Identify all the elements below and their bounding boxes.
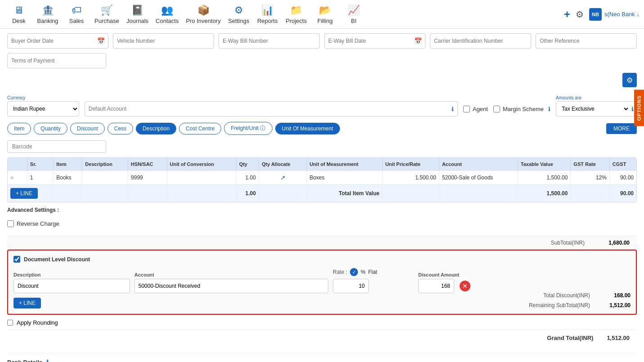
document-level-discount-checkbox[interactable]	[13, 256, 20, 263]
options-tab[interactable]: OPTIONS	[634, 90, 644, 126]
add-line-button[interactable]: + LINE	[10, 188, 38, 199]
discount-account-input[interactable]	[134, 279, 328, 293]
nav-pro-inventory[interactable]: 📦 Pro Inventory	[182, 0, 224, 29]
buyer-order-date-input[interactable]	[7, 33, 108, 49]
calendar-icon: 📅	[97, 37, 105, 45]
cell-unit-of-measurement[interactable]: Boxes	[307, 171, 383, 185]
discount-amount-input[interactable]	[418, 279, 454, 293]
nav-reports[interactable]: 📊 Reports	[253, 0, 282, 29]
user-menu[interactable]: NB s(Neo Bank ↓	[589, 8, 640, 21]
nav-journals[interactable]: 📓 Journals	[123, 0, 152, 29]
tab-description[interactable]: Description	[136, 123, 176, 134]
journals-icon: 📓	[131, 4, 143, 16]
margin-scheme-info-icon[interactable]: ℹ	[548, 106, 550, 112]
cell-unit-price-rate[interactable]: 1,500.00	[382, 171, 439, 185]
th-gst-rate: GST Rate	[571, 158, 609, 171]
tab-freight-unit[interactable]: Freight/Unit ⓘ	[224, 122, 272, 135]
agent-checkbox[interactable]	[463, 106, 470, 112]
amounts-info-icon[interactable]: ℹ	[631, 106, 634, 112]
cell-gst-rate[interactable]: 12%	[571, 171, 609, 185]
reports-icon: 📊	[261, 4, 273, 16]
discount-amount-col: Discount Amount ✕	[418, 272, 472, 293]
settings-gear-button[interactable]: ⚙	[622, 73, 637, 87]
filling-icon: 📂	[319, 4, 331, 16]
nav-desk[interactable]: 🖥 Desk	[4, 0, 33, 29]
discount-description-input[interactable]	[13, 279, 130, 293]
tab-discount[interactable]: Discount	[70, 123, 105, 134]
cell-item[interactable]: Books	[54, 171, 82, 185]
default-account-wrap-outer: ℹ	[85, 101, 458, 116]
apply-rounding-checkbox[interactable]	[7, 320, 13, 326]
reverse-charge-label[interactable]: Reverse Charge	[7, 216, 637, 231]
tab-cost-centre[interactable]: Cost Centre	[179, 123, 221, 134]
tab-item[interactable]: Item	[7, 123, 31, 134]
discount-cols: Description Account Rate : ✓ % Flat	[13, 268, 472, 293]
carrier-id-input[interactable]	[430, 33, 531, 49]
margin-scheme-checkbox[interactable]	[493, 106, 500, 112]
th-unit-of-measurement: Unit of Measurement	[307, 158, 383, 171]
apply-rounding: Apply Rounding	[7, 319, 637, 326]
cell-unit-of-conversion[interactable]	[167, 171, 236, 185]
add-button[interactable]: +	[564, 8, 570, 21]
total-qty-cell: 1.00	[236, 185, 259, 202]
cell-qty-allocate[interactable]: ↗	[259, 171, 306, 185]
tab-quantity[interactable]: Quantity	[34, 123, 67, 134]
margin-scheme-checkbox-label[interactable]: Margin Scheme ℹ	[493, 101, 550, 116]
cell-taxable-value[interactable]: 1,500.00	[518, 171, 571, 185]
agent-checkbox-label[interactable]: Agent	[463, 101, 488, 116]
sales-icon: 🏷	[72, 4, 81, 16]
other-reference-field	[536, 33, 637, 49]
gear-icon[interactable]: ⚙	[576, 9, 584, 20]
vehicle-number-input[interactable]	[113, 33, 214, 49]
settings-icon: ⚙	[234, 4, 243, 16]
tab-cess[interactable]: Cess	[107, 123, 133, 134]
nav-settings-label: Settings	[228, 18, 249, 24]
barcode-input[interactable]	[7, 140, 106, 153]
form-row-2	[7, 53, 637, 68]
cell-account[interactable]: 52000-Sale of Goods	[439, 171, 518, 185]
grand-total-label: Grand Total(INR)	[547, 335, 593, 341]
tab-unit-of-measurement[interactable]: Unit Of Measurement	[275, 123, 340, 134]
remaining-subtotal-value: 1,512.00	[604, 302, 631, 308]
rate-value-input[interactable]	[333, 279, 369, 293]
nav-projects[interactable]: 📁 Projects	[282, 0, 311, 29]
delete-discount-button[interactable]: ✕	[460, 281, 470, 291]
nav-sales[interactable]: 🏷 Sales	[62, 0, 91, 29]
currency-select[interactable]: Indian Rupee USD EUR	[8, 102, 79, 116]
nav-bi[interactable]: 📈 BI	[340, 0, 368, 29]
nav-contacts[interactable]: 👥 Contacts	[152, 0, 182, 29]
bi-icon: 📈	[348, 4, 360, 16]
nav-purchase[interactable]: 🛒 Purchase	[91, 0, 123, 29]
default-account-input[interactable]	[89, 106, 450, 112]
th-taxable-value: Taxable Value	[518, 158, 571, 171]
reverse-charge-checkbox[interactable]	[7, 220, 14, 227]
add-line-cell: + LINE	[8, 185, 54, 202]
nav-filling[interactable]: 📂 Filling	[311, 0, 340, 29]
cell-cgst[interactable]: 90.00	[609, 171, 636, 185]
discount-add-line-button[interactable]: + LINE	[13, 298, 41, 308]
bank-info-icon[interactable]: ℹ	[46, 359, 49, 362]
eway-bill-date-input[interactable]	[324, 33, 425, 49]
info-icon[interactable]: ℹ	[452, 106, 454, 112]
rate-check-icon: ✓	[350, 268, 358, 276]
discount-description-col: Description	[13, 272, 130, 293]
eway-bill-number-input[interactable]	[219, 33, 320, 49]
amounts-are-select[interactable]: Tax Exclusive Tax Inclusive No Tax	[556, 102, 630, 116]
nav-banking[interactable]: 🏦 Banking	[33, 0, 62, 29]
total-empty-5	[382, 185, 439, 202]
th-hsn-sac: HSN/SAC	[128, 158, 167, 171]
other-reference-input[interactable]	[536, 33, 637, 49]
cell-hsn-sac[interactable]: 9999	[128, 171, 167, 185]
terms-of-payment-input[interactable]	[7, 53, 106, 68]
cell-qty[interactable]: 1.00	[236, 171, 259, 185]
drag-handle[interactable]: ≡	[8, 171, 27, 185]
projects-icon: 📁	[290, 4, 302, 16]
agent-label: Agent	[473, 106, 488, 112]
apply-rounding-label: Apply Rounding	[17, 319, 58, 326]
nav-settings[interactable]: ⚙ Settings	[224, 0, 253, 29]
cell-description[interactable]	[82, 171, 128, 185]
th-cgst: CGST	[609, 158, 636, 171]
tab-row: Item Quantity Discount Cess Description …	[7, 122, 637, 135]
more-button[interactable]: MORE	[606, 123, 637, 134]
items-table-wrap: Sr. Item Description HSN/SAC Unit of Con…	[7, 157, 637, 202]
